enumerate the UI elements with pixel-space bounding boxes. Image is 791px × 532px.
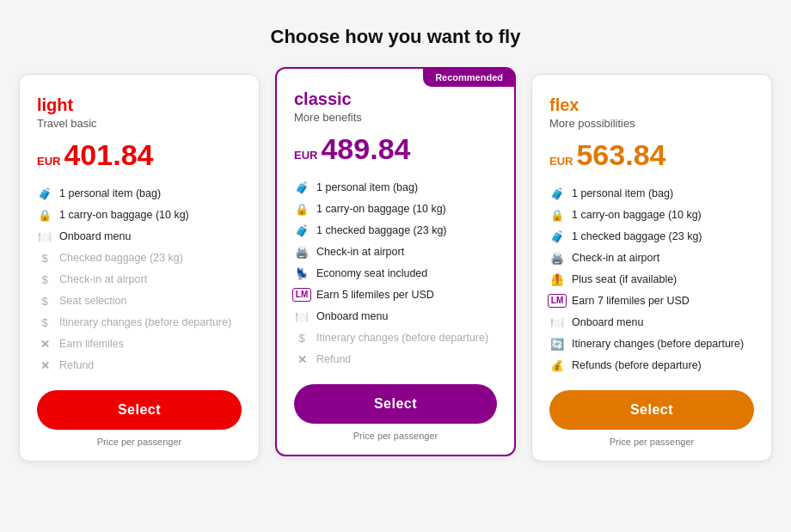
feature-refunds: 💰 Refunds (before departure) — [549, 358, 754, 373]
select-button-flex[interactable]: Select — [549, 390, 754, 430]
menu-orange-icon: 🍽️ — [549, 315, 565, 330]
plus-seat-icon: 🦺 — [549, 272, 565, 287]
features-list-classic: 🧳 1 personal item (bag) 🔒 1 carry-on bag… — [294, 180, 497, 367]
feature-checked-bag: $ Checked baggage (23 kg) — [37, 250, 242, 266]
bag-icon: 🧳 — [294, 180, 310, 195]
x-icon: ✕ — [294, 352, 310, 367]
feature-carryon: 🔒 1 carry-on baggage (10 kg) — [294, 201, 497, 217]
dollar-icon: $ — [37, 272, 52, 287]
plan-name-flex: flex — [549, 95, 754, 115]
checkin-icon: 🖨️ — [294, 244, 310, 260]
page-title: Choose how you want to fly — [271, 26, 521, 48]
feature-text: 1 checked baggage (23 kg) — [316, 224, 447, 236]
price-note-light: Price per passenger — [37, 437, 242, 447]
feature-refund: ✕ Refund — [294, 352, 497, 367]
feature-text: 1 personal item (bag) — [572, 187, 673, 199]
feature-itinerary: $ Itinerary changes (before departure) — [37, 315, 242, 330]
card-classic: Recommended classic More benefits EUR 48… — [275, 67, 516, 456]
price-currency-light: EUR — [37, 155, 60, 168]
feature-text: Refund — [316, 353, 351, 365]
feature-checkin: $ Check-in at airport — [37, 272, 242, 287]
checked-bag-icon: 🧳 — [294, 223, 310, 238]
dollar-icon: $ — [37, 293, 52, 309]
feature-onboard-menu: 🍽️ Onboard menu — [294, 309, 497, 324]
feature-lifemiles: ✕ Earn lifemiles — [37, 336, 242, 352]
feature-text: Itinerary changes (before departure) — [59, 316, 231, 328]
feature-lifemiles: LM Earn 7 lifemiles per USD — [549, 293, 754, 309]
menu-icon: 🍽️ — [294, 309, 310, 324]
lifemiles-icon: LM — [294, 287, 310, 303]
feature-seat: 💺 Economy seat included — [294, 266, 497, 281]
feature-itinerary: $ Itinerary changes (before departure) — [294, 330, 497, 345]
feature-text: Refund — [59, 359, 94, 371]
feature-text: Economy seat included — [316, 267, 427, 279]
feature-bag: 🧳 1 personal item (bag) — [37, 186, 242, 201]
price-row-light: EUR 401.84 — [37, 138, 242, 172]
select-button-light[interactable]: Select — [37, 390, 242, 430]
bag-icon: 🧳 — [549, 186, 565, 201]
feature-carryon: 🔒 1 carry-on baggage (10 kg) — [37, 207, 242, 223]
feature-text: 1 personal item (bag) — [59, 187, 161, 199]
feature-text: Earn lifemiles — [59, 338, 124, 350]
feature-text: Itinerary changes (before departure) — [572, 338, 744, 350]
price-row-flex: EUR 563.84 — [549, 138, 754, 172]
itinerary-icon: 🔄 — [549, 336, 565, 352]
dollar-icon: $ — [294, 330, 310, 345]
feature-text: Onboard menu — [316, 310, 388, 322]
cards-container: light Travel basic EUR 401.84 🧳 1 person… — [17, 74, 774, 462]
feature-onboard-menu: 🍽️ Onboard menu — [549, 315, 754, 330]
card-flex: flex More possibilities EUR 563.84 🧳 1 p… — [531, 74, 772, 462]
x-icon: ✕ — [37, 336, 52, 352]
lifemiles-icon: LM — [549, 293, 565, 309]
plan-name-light: light — [37, 95, 242, 115]
feature-checked-bag: 🧳 1 checked baggage (23 kg) — [294, 223, 497, 238]
feature-text: Plus seat (if available) — [572, 273, 677, 285]
feature-text: 1 carry-on baggage (10 kg) — [59, 209, 189, 221]
feature-text: Check-in at airport — [316, 246, 404, 258]
plan-subtitle-classic: More benefits — [294, 111, 497, 124]
price-amount-classic: 489.84 — [321, 132, 410, 166]
feature-onboard-menu: 🍽️ Onboard menu — [37, 229, 242, 244]
carryon-icon: 🔒 — [37, 207, 52, 223]
carryon-icon: 🔒 — [294, 201, 310, 217]
price-currency-flex: EUR — [549, 155, 573, 168]
feature-text: Onboard menu — [59, 230, 131, 242]
bag-icon: 🧳 — [37, 186, 52, 201]
feature-text: 1 carry-on baggage (10 kg) — [316, 203, 446, 215]
feature-text: Check-in at airport — [59, 273, 147, 285]
feature-text: Onboard menu — [572, 316, 643, 328]
select-button-classic[interactable]: Select — [294, 384, 497, 424]
feature-text: Check-in at airport — [572, 252, 659, 264]
feature-text: 1 personal item (bag) — [316, 181, 418, 193]
feature-text: Checked baggage (23 kg) — [59, 252, 183, 264]
carryon-icon: 🔒 — [549, 207, 565, 223]
feature-seat: $ Seat selection — [37, 293, 242, 309]
price-note-classic: Price per passenger — [294, 431, 497, 441]
recommended-badge: Recommended — [423, 68, 515, 87]
price-amount-flex: 563.84 — [576, 138, 665, 172]
feature-text: Refunds (before departure) — [572, 359, 702, 371]
refund-icon: 💰 — [549, 358, 565, 373]
features-list-light: 🧳 1 personal item (bag) 🔒 1 carry-on bag… — [37, 186, 242, 373]
feature-plus-seat: 🦺 Plus seat (if available) — [549, 272, 754, 287]
menu-icon: 🍽️ — [37, 229, 52, 244]
price-note-flex: Price per passenger — [549, 437, 754, 447]
feature-checkin: 🖨️ Check-in at airport — [549, 250, 754, 266]
feature-text: Seat selection — [59, 295, 127, 307]
feature-carryon: 🔒 1 carry-on baggage (10 kg) — [549, 207, 754, 223]
features-list-flex: 🧳 1 personal item (bag) 🔒 1 carry-on bag… — [549, 186, 754, 373]
feature-checkin: 🖨️ Check-in at airport — [294, 244, 497, 260]
card-light: light Travel basic EUR 401.84 🧳 1 person… — [19, 74, 260, 462]
feature-text: 1 checked baggage (23 kg) — [572, 230, 702, 242]
dollar-icon: $ — [37, 250, 52, 266]
checkin-icon: 🖨️ — [549, 250, 565, 266]
feature-bag: 🧳 1 personal item (bag) — [294, 180, 497, 195]
price-amount-light: 401.84 — [64, 138, 153, 172]
plan-subtitle-flex: More possibilities — [549, 117, 754, 130]
feature-bag: 🧳 1 personal item (bag) — [549, 186, 754, 201]
feature-text: Earn 5 lifemiles per USD — [316, 289, 434, 301]
plan-subtitle-light: Travel basic — [37, 117, 242, 130]
dollar-icon: $ — [37, 315, 52, 330]
price-currency-classic: EUR — [294, 149, 317, 162]
plan-name-classic: classic — [294, 89, 497, 109]
